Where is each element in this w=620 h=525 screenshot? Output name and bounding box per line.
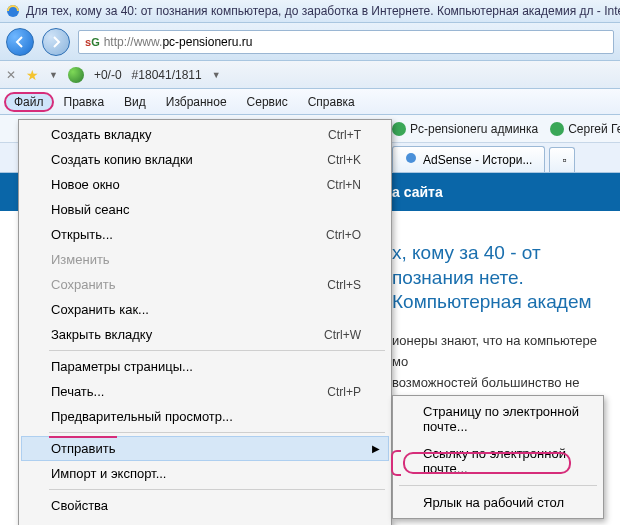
page-title: х, кому за 40 - от познания нете. Компью…: [392, 241, 612, 315]
menu-item-page-setup[interactable]: Параметры страницы...: [21, 354, 389, 379]
tools-row: ✕ ★ ▼ +0/-0 #18041/1811 ▼: [0, 61, 620, 89]
menu-separator: [49, 432, 385, 433]
send-submenu: Страницу по электронной почте... Ссылку …: [392, 395, 604, 519]
menu-help[interactable]: Справка: [298, 92, 365, 112]
menu-item-new-session[interactable]: Новый сеанс: [21, 197, 389, 222]
menu-item-work-offline[interactable]: Работать автономно: [21, 518, 389, 525]
tab-adsense[interactable]: AdSense - Истори...: [392, 146, 545, 172]
menu-tools[interactable]: Сервис: [237, 92, 298, 112]
ie-icon: [6, 4, 20, 18]
menu-item-open[interactable]: Открыть...Ctrl+O: [21, 222, 389, 247]
menu-separator: [49, 489, 385, 490]
menu-item-duplicate-tab[interactable]: Создать копию вкладкиCtrl+K: [21, 147, 389, 172]
blank-tab-icon: ▫: [562, 153, 566, 167]
menu-item-close-tab[interactable]: Закрыть вкладкуCtrl+W: [21, 322, 389, 347]
menu-item-save-as[interactable]: Сохранить как...: [21, 297, 389, 322]
submenu-item-page-email[interactable]: Страницу по электронной почте...: [395, 398, 601, 440]
globe-icon[interactable]: [68, 67, 84, 83]
page-paragraph: ионеры знают, что на компьютере мо: [392, 331, 612, 373]
menu-item-new-tab[interactable]: Создать вкладкуCtrl+T: [21, 122, 389, 147]
menu-item-print-preview[interactable]: Предварительный просмотр...: [21, 404, 389, 429]
menu-separator: [49, 350, 385, 351]
menu-file[interactable]: Файл: [4, 92, 54, 112]
address-url: http://www.pc-pensioneru.ru: [104, 35, 253, 49]
menu-bar: Файл Правка Вид Избранное Сервис Справка: [0, 89, 620, 115]
menu-separator: [399, 485, 597, 486]
close-icon[interactable]: ✕: [6, 68, 16, 82]
menu-view[interactable]: Вид: [114, 92, 156, 112]
menu-item-properties[interactable]: Свойства: [21, 493, 389, 518]
menu-item-save: СохранитьCtrl+S: [21, 272, 389, 297]
menu-item-edit: Изменить: [21, 247, 389, 272]
favorite-link[interactable]: Pc-pensioneru админка: [392, 122, 538, 136]
annotation-mark: [391, 450, 401, 476]
zoom-indicator: +0/-0: [94, 68, 122, 82]
menu-item-send[interactable]: Отправить ▶: [21, 436, 389, 461]
menu-item-new-window[interactable]: Новое окноCtrl+N: [21, 172, 389, 197]
file-menu-dropdown: Создать вкладкуCtrl+T Создать копию вкла…: [18, 119, 392, 525]
site-icon: [550, 122, 564, 136]
address-bar[interactable]: sG http://www.pc-pensioneru.ru: [78, 30, 614, 54]
dropdown-chevron-icon[interactable]: ▼: [49, 70, 58, 80]
menu-item-print[interactable]: Печать...Ctrl+P: [21, 379, 389, 404]
new-tab-button[interactable]: ▫: [549, 147, 575, 172]
submenu-arrow-icon: ▶: [372, 443, 380, 454]
forward-button[interactable]: [42, 28, 70, 56]
nav-row: sG http://www.pc-pensioneru.ru: [0, 23, 620, 61]
window-title: Для тех, кому за 40: от познания компьют…: [26, 4, 620, 18]
submenu-item-link-email[interactable]: Ссылку по электронной почте...: [395, 440, 601, 482]
svg-point-1: [406, 153, 416, 163]
counter-indicator: #18041/1811: [132, 68, 202, 82]
favicon-icon: sG: [85, 36, 100, 48]
tab-label: AdSense - Истори...: [423, 153, 532, 167]
back-button[interactable]: [6, 28, 34, 56]
menu-edit[interactable]: Правка: [54, 92, 115, 112]
site-icon: [392, 122, 406, 136]
favorite-link[interactable]: Сергей Гео: [550, 122, 620, 136]
menu-item-import-export[interactable]: Импорт и экспорт...: [21, 461, 389, 486]
globe-icon: [405, 152, 417, 167]
menu-favorites[interactable]: Избранное: [156, 92, 237, 112]
dropdown-chevron-icon[interactable]: ▼: [212, 70, 221, 80]
titlebar: Для тех, кому за 40: от познания компьют…: [0, 0, 620, 23]
favorites-star-icon[interactable]: ★: [26, 67, 39, 83]
annotation-underline: [49, 436, 117, 438]
submenu-item-shortcut-desktop[interactable]: Ярлык на рабочий стол: [395, 489, 601, 516]
